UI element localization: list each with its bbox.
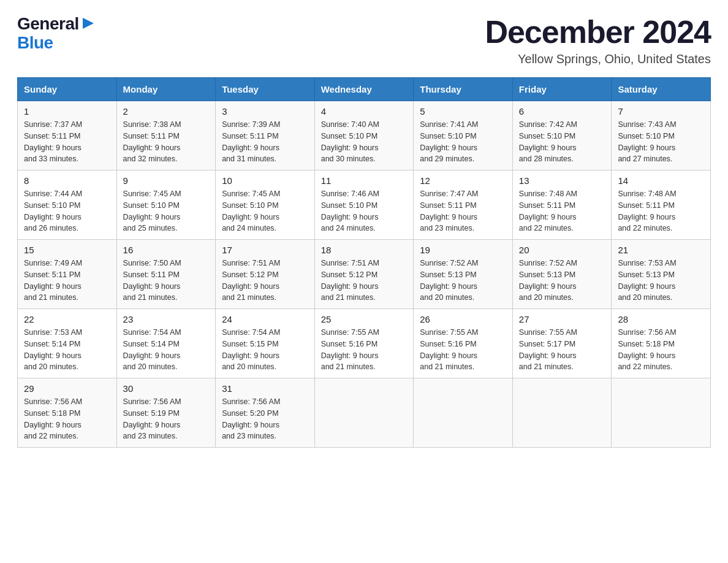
day-number: 5 [420, 106, 506, 117]
header-monday: Monday [116, 78, 216, 101]
calendar-cell: 17Sunrise: 7:51 AMSunset: 5:12 PMDayligh… [216, 240, 315, 309]
day-number: 13 [519, 175, 605, 186]
logo: General Blue [17, 15, 95, 53]
calendar-cell: 25Sunrise: 7:55 AMSunset: 5:16 PMDayligh… [314, 309, 414, 378]
day-info: Sunrise: 7:47 AMSunset: 5:11 PMDaylight:… [420, 190, 478, 232]
day-info: Sunrise: 7:46 AMSunset: 5:10 PMDaylight:… [321, 190, 379, 232]
calendar-cell: 10Sunrise: 7:45 AMSunset: 5:10 PMDayligh… [216, 170, 315, 240]
day-number: 27 [519, 314, 605, 324]
day-info: Sunrise: 7:54 AMSunset: 5:14 PMDaylight:… [123, 328, 181, 371]
calendar-cell: 27Sunrise: 7:55 AMSunset: 5:17 PMDayligh… [512, 309, 612, 378]
calendar-cell: 12Sunrise: 7:47 AMSunset: 5:11 PMDayligh… [414, 170, 513, 240]
logo-arrow-icon [82, 17, 95, 30]
calendar-cell [612, 378, 711, 448]
day-number: 19 [420, 245, 506, 255]
day-info: Sunrise: 7:56 AMSunset: 5:19 PMDaylight:… [123, 397, 181, 440]
day-number: 10 [222, 175, 308, 186]
day-number: 8 [24, 175, 110, 186]
calendar-cell: 24Sunrise: 7:54 AMSunset: 5:15 PMDayligh… [216, 309, 315, 378]
day-info: Sunrise: 7:52 AMSunset: 5:13 PMDaylight:… [420, 259, 478, 302]
day-number: 20 [519, 245, 605, 255]
calendar-table: Sunday Monday Tuesday Wednesday Thursday… [17, 77, 711, 448]
calendar-header-row: Sunday Monday Tuesday Wednesday Thursday… [18, 78, 711, 101]
header-tuesday: Tuesday [216, 78, 315, 101]
header-sunday: Sunday [18, 78, 117, 101]
title-block: December 2024 Yellow Springs, Ohio, Unit… [485, 15, 711, 66]
calendar-cell: 18Sunrise: 7:51 AMSunset: 5:12 PMDayligh… [314, 240, 414, 309]
calendar-cell: 3Sunrise: 7:39 AMSunset: 5:11 PMDaylight… [216, 101, 315, 170]
day-info: Sunrise: 7:55 AMSunset: 5:16 PMDaylight:… [321, 328, 379, 371]
day-number: 30 [123, 383, 210, 394]
day-number: 17 [222, 245, 308, 255]
day-info: Sunrise: 7:39 AMSunset: 5:11 PMDaylight:… [222, 120, 280, 163]
day-info: Sunrise: 7:45 AMSunset: 5:10 PMDaylight:… [123, 190, 181, 232]
day-number: 1 [24, 106, 110, 117]
header-saturday: Saturday [612, 78, 711, 101]
calendar-cell: 1Sunrise: 7:37 AMSunset: 5:11 PMDaylight… [18, 101, 117, 170]
day-info: Sunrise: 7:51 AMSunset: 5:12 PMDaylight:… [222, 259, 280, 302]
day-number: 11 [321, 175, 408, 186]
day-number: 3 [222, 106, 308, 117]
day-info: Sunrise: 7:56 AMSunset: 5:18 PMDaylight:… [24, 397, 82, 440]
day-number: 22 [24, 314, 110, 324]
day-number: 12 [420, 175, 506, 186]
day-number: 15 [24, 245, 110, 255]
day-info: Sunrise: 7:38 AMSunset: 5:11 PMDaylight:… [123, 120, 181, 163]
logo-general-text: General [17, 15, 79, 34]
day-number: 9 [123, 175, 210, 186]
calendar-week-row: 29Sunrise: 7:56 AMSunset: 5:18 PMDayligh… [18, 378, 711, 448]
day-number: 28 [618, 314, 704, 324]
calendar-cell: 15Sunrise: 7:49 AMSunset: 5:11 PMDayligh… [18, 240, 117, 309]
calendar-cell: 30Sunrise: 7:56 AMSunset: 5:19 PMDayligh… [116, 378, 216, 448]
calendar-cell: 13Sunrise: 7:48 AMSunset: 5:11 PMDayligh… [512, 170, 612, 240]
day-number: 2 [123, 106, 210, 117]
calendar-cell: 16Sunrise: 7:50 AMSunset: 5:11 PMDayligh… [116, 240, 216, 309]
day-number: 6 [519, 106, 605, 117]
day-number: 31 [222, 383, 308, 394]
calendar-cell: 22Sunrise: 7:53 AMSunset: 5:14 PMDayligh… [18, 309, 117, 378]
calendar-cell: 5Sunrise: 7:41 AMSunset: 5:10 PMDaylight… [414, 101, 513, 170]
day-number: 25 [321, 314, 408, 324]
calendar-cell: 26Sunrise: 7:55 AMSunset: 5:16 PMDayligh… [414, 309, 513, 378]
day-number: 16 [123, 245, 210, 255]
day-info: Sunrise: 7:51 AMSunset: 5:12 PMDaylight:… [321, 259, 379, 302]
day-number: 23 [123, 314, 210, 324]
day-info: Sunrise: 7:45 AMSunset: 5:10 PMDaylight:… [222, 190, 280, 232]
calendar-cell: 9Sunrise: 7:45 AMSunset: 5:10 PMDaylight… [116, 170, 216, 240]
calendar-cell: 29Sunrise: 7:56 AMSunset: 5:18 PMDayligh… [18, 378, 117, 448]
calendar-subtitle: Yellow Springs, Ohio, United States [485, 52, 711, 66]
day-info: Sunrise: 7:37 AMSunset: 5:11 PMDaylight:… [24, 120, 82, 163]
day-info: Sunrise: 7:56 AMSunset: 5:18 PMDaylight:… [618, 328, 676, 371]
calendar-cell: 4Sunrise: 7:40 AMSunset: 5:10 PMDaylight… [314, 101, 414, 170]
day-info: Sunrise: 7:40 AMSunset: 5:10 PMDaylight:… [321, 120, 379, 163]
day-info: Sunrise: 7:48 AMSunset: 5:11 PMDaylight:… [618, 190, 676, 232]
logo-blue-text: Blue [17, 34, 53, 53]
calendar-cell [314, 378, 414, 448]
calendar-cell [512, 378, 612, 448]
day-info: Sunrise: 7:44 AMSunset: 5:10 PMDaylight:… [24, 190, 82, 232]
calendar-cell: 28Sunrise: 7:56 AMSunset: 5:18 PMDayligh… [612, 309, 711, 378]
day-number: 29 [24, 383, 110, 394]
calendar-week-row: 8Sunrise: 7:44 AMSunset: 5:10 PMDaylight… [18, 170, 711, 240]
calendar-cell: 2Sunrise: 7:38 AMSunset: 5:11 PMDaylight… [116, 101, 216, 170]
header-friday: Friday [512, 78, 612, 101]
day-number: 24 [222, 314, 308, 324]
day-info: Sunrise: 7:55 AMSunset: 5:17 PMDaylight:… [519, 328, 577, 371]
calendar-week-row: 15Sunrise: 7:49 AMSunset: 5:11 PMDayligh… [18, 240, 711, 309]
calendar-cell: 20Sunrise: 7:52 AMSunset: 5:13 PMDayligh… [512, 240, 612, 309]
day-info: Sunrise: 7:49 AMSunset: 5:11 PMDaylight:… [24, 259, 82, 302]
day-info: Sunrise: 7:50 AMSunset: 5:11 PMDaylight:… [123, 259, 181, 302]
day-info: Sunrise: 7:54 AMSunset: 5:15 PMDaylight:… [222, 328, 280, 371]
day-number: 14 [618, 175, 704, 186]
calendar-cell: 31Sunrise: 7:56 AMSunset: 5:20 PMDayligh… [216, 378, 315, 448]
calendar-cell: 6Sunrise: 7:42 AMSunset: 5:10 PMDaylight… [512, 101, 612, 170]
calendar-week-row: 1Sunrise: 7:37 AMSunset: 5:11 PMDaylight… [18, 101, 711, 170]
day-info: Sunrise: 7:53 AMSunset: 5:13 PMDaylight:… [618, 259, 676, 302]
header-thursday: Thursday [414, 78, 513, 101]
day-info: Sunrise: 7:43 AMSunset: 5:10 PMDaylight:… [618, 120, 676, 163]
calendar-week-row: 22Sunrise: 7:53 AMSunset: 5:14 PMDayligh… [18, 309, 711, 378]
day-info: Sunrise: 7:55 AMSunset: 5:16 PMDaylight:… [420, 328, 478, 371]
day-info: Sunrise: 7:48 AMSunset: 5:11 PMDaylight:… [519, 190, 577, 232]
calendar-cell: 21Sunrise: 7:53 AMSunset: 5:13 PMDayligh… [612, 240, 711, 309]
day-info: Sunrise: 7:56 AMSunset: 5:20 PMDaylight:… [222, 397, 280, 440]
